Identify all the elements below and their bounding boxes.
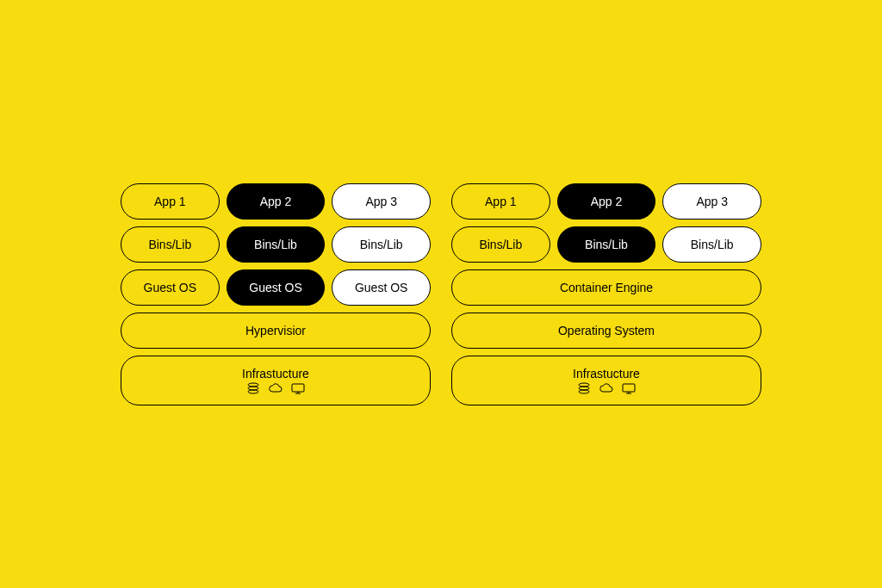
vm-guestos-row: Guest OS Guest OS Guest OS [121,269,431,306]
container-infrastructure-label: Infrastucture [573,367,640,381]
vm-guestos-2: Guest OS [227,269,326,306]
svg-rect-3 [292,384,304,392]
svg-point-7 [579,387,589,390]
vm-app-1: App 1 [121,183,220,220]
container-bins-3: Bins/Lib [662,226,761,263]
svg-point-0 [248,383,258,387]
container-bins-row: Bins/Lib Bins/Lib Bins/Lib [451,226,761,263]
monitor-icon [290,382,306,394]
container-app-1: App 1 [451,183,550,220]
vm-infrastructure-label: Infrastucture [242,367,309,381]
svg-point-6 [579,383,589,387]
vm-bins-3: Bins/Lib [332,226,431,263]
svg-point-1 [248,387,258,390]
svg-point-8 [579,390,589,393]
vm-app-3: App 3 [332,183,431,220]
database-icon [576,382,592,394]
container-bins-1: Bins/Lib [451,226,550,263]
vm-guestos-1: Guest OS [121,269,220,306]
vm-hypervisor-row: Hypervisior [121,313,431,349]
container-engine: Container Engine [451,269,761,306]
monitor-icon [621,382,637,394]
container-app-row: App 1 App 2 App 3 [451,183,761,220]
vm-guestos-3: Guest OS [332,269,431,306]
container-engine-row: Container Engine [451,269,761,306]
container-infrastructure: Infrastucture [451,356,761,405]
vm-architecture-stack: App 1 App 2 App 3 Bins/Lib Bins/Lib Bins… [121,183,431,405]
container-app-3: App 3 [662,183,761,220]
cloud-icon [599,382,614,394]
container-infrastructure-icons [576,382,637,394]
container-os: Operating System [451,313,761,349]
vm-app-row: App 1 App 2 App 3 [121,183,431,220]
container-app-2: App 2 [557,183,656,220]
svg-rect-9 [623,384,635,392]
container-architecture-stack: App 1 App 2 App 3 Bins/Lib Bins/Lib Bins… [451,183,761,405]
container-os-row: Operating System [451,313,761,349]
vm-infrastructure: Infrastucture [121,356,431,405]
database-icon [245,382,261,394]
svg-point-2 [248,390,258,393]
vm-bins-2: Bins/Lib [227,226,326,263]
container-bins-2: Bins/Lib [557,226,656,263]
vm-hypervisor: Hypervisior [121,313,431,349]
vm-bins-row: Bins/Lib Bins/Lib Bins/Lib [121,226,431,263]
vm-infrastructure-row: Infrastucture [121,356,431,405]
vm-bins-1: Bins/Lib [121,226,220,263]
vm-infrastructure-icons [245,382,306,394]
cloud-icon [268,382,283,394]
container-infrastructure-row: Infrastucture [451,356,761,405]
vm-app-2: App 2 [227,183,326,220]
